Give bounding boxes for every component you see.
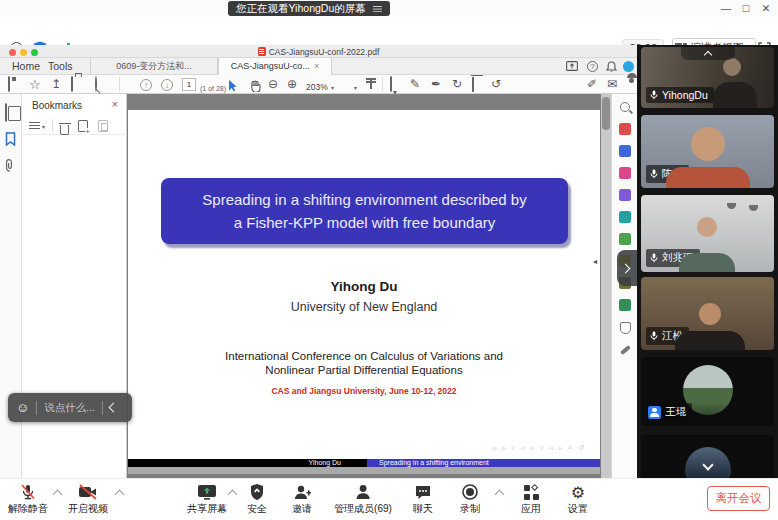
chat-bubble-icon	[414, 483, 432, 501]
rotate-icon[interactable]: ↻	[452, 78, 462, 91]
envelope-icon[interactable]: ✉	[607, 78, 617, 91]
window-maximize-button[interactable]: □	[738, 1, 754, 15]
star-icon[interactable]: ☆	[29, 78, 41, 91]
signature-icon[interactable]: ✐	[587, 78, 597, 91]
slide-title-box: Spreading in a shifting environment desc…	[161, 178, 568, 244]
zoom-out-icon[interactable]: ⊖	[268, 78, 278, 91]
chevron-left-icon[interactable]	[109, 403, 119, 413]
leave-meeting-button[interactable]: 离开会议	[707, 486, 770, 511]
participant-tile[interactable]	[641, 435, 774, 478]
select-cursor-icon[interactable]	[228, 79, 238, 92]
help-icon[interactable]: ?	[587, 61, 598, 72]
mic-off-icon	[19, 483, 37, 501]
delete-bookmark-icon[interactable]	[60, 125, 69, 135]
create-pdf-tool-icon[interactable]	[619, 145, 631, 157]
more-tools-icon[interactable]	[620, 345, 631, 355]
previous-page-icon[interactable]: ↑	[140, 79, 152, 91]
account-avatar[interactable]	[623, 61, 634, 72]
options-caret-icon[interactable]: ▾	[42, 123, 45, 130]
export-pdf-tool-icon[interactable]	[619, 123, 631, 135]
delete-icon[interactable]	[472, 78, 474, 91]
fill-sign-icon[interactable]: ✒	[431, 78, 441, 91]
document-scrollbar[interactable]	[601, 94, 611, 478]
participant-tile[interactable]: 刘兆理	[641, 195, 774, 272]
protect-tool-icon[interactable]	[620, 322, 631, 334]
new-bookmark-icon[interactable]	[78, 120, 88, 132]
panel-arrow-icon[interactable]: ◂	[593, 257, 597, 266]
chat-placeholder[interactable]: 说点什么...	[44, 401, 95, 415]
page-thumbnails-icon[interactable]	[5, 104, 7, 122]
slide-conference-line2: Nonlinear Partial Differential Equations	[128, 364, 600, 376]
save-icon[interactable]	[8, 78, 10, 91]
screen-watch-banner[interactable]: 您正在观看YihongDu的屏幕	[228, 1, 390, 16]
tab-home[interactable]: Home	[8, 58, 44, 75]
slide-footer-author: Yihong Du	[128, 459, 367, 467]
print-icon[interactable]	[71, 78, 73, 91]
slide-conference-line1: International Conference on Calculus of …	[128, 350, 600, 362]
expand-bookmarks-icon[interactable]	[98, 120, 108, 132]
pdf-page: Spreading in a shifting environment desc…	[128, 110, 600, 474]
zoom-level[interactable]: 203%	[306, 81, 328, 94]
slide-author: Yihong Du	[128, 279, 600, 294]
sidebar-collapse-tab[interactable]	[617, 250, 637, 286]
share-screen-button[interactable]: 共享屏幕	[187, 483, 227, 516]
combine-files-tool-icon[interactable]	[619, 211, 631, 223]
emoji-icon[interactable]: ☺	[16, 401, 29, 414]
edit-pdf-tool-icon[interactable]	[619, 167, 631, 179]
scrollbar-thumb[interactable]	[602, 97, 610, 130]
share-document-icon[interactable]	[566, 61, 578, 71]
window-minimize-button[interactable]: —	[718, 1, 734, 15]
search-icon[interactable]	[95, 78, 97, 91]
participant-tile[interactable]: 江松	[641, 277, 774, 350]
chevron-right-icon	[621, 263, 631, 273]
zoom-in-icon[interactable]: ⊕	[287, 78, 297, 91]
mac-titlebar: CAS-JiangsuU-conf-2022.pdf	[0, 45, 637, 58]
comment-tool-icon[interactable]	[619, 189, 631, 201]
mic-icon	[650, 169, 658, 179]
settings-button[interactable]: ⚙ 设置	[568, 483, 588, 516]
upload-share-icon[interactable]: ↥	[51, 78, 61, 91]
bookmarks-panel-icon[interactable]	[5, 132, 16, 146]
bookmark-options-icon[interactable]	[29, 121, 40, 130]
record-button[interactable]: 录制	[460, 483, 480, 516]
collapse-videos-button[interactable]	[681, 47, 735, 60]
page-number-input[interactable]: 1	[182, 78, 196, 91]
chat-quick-input[interactable]: ☺ 说点什么...	[8, 393, 132, 422]
banner-menu-icon[interactable]	[373, 5, 382, 13]
doc-tab-inactive[interactable]: 0609-变分方法和...	[90, 58, 218, 75]
window-close-button[interactable]: ✕	[758, 1, 774, 15]
record-options-chevron[interactable]	[495, 490, 505, 500]
bookmarks-close-icon[interactable]: ×	[112, 98, 118, 110]
comment-icon[interactable]	[390, 78, 392, 91]
next-page-icon[interactable]: ↓	[161, 79, 173, 91]
pencil-edit-icon[interactable]: ✎	[410, 78, 420, 91]
unmute-button[interactable]: 解除静音	[8, 483, 48, 516]
organize-pages-tool-icon[interactable]	[619, 233, 631, 245]
video-options-chevron[interactable]	[115, 490, 125, 500]
slide-title-line2: a Fisher-KPP model with free boundary	[161, 211, 568, 234]
bell-icon[interactable]	[606, 61, 617, 73]
invite-button[interactable]: 邀请	[292, 483, 312, 516]
chat-button[interactable]: 聊天	[413, 483, 433, 516]
person-badge-icon	[648, 406, 661, 419]
security-button[interactable]: 安全	[247, 483, 267, 516]
attachments-icon[interactable]	[5, 158, 15, 172]
hand-tool-icon[interactable]	[249, 79, 261, 92]
apps-grid-icon	[524, 483, 539, 501]
undo-loop-icon[interactable]: ↺	[491, 78, 501, 91]
participant-tile[interactable]: 陈化	[641, 115, 774, 188]
convert-tool-icon[interactable]	[619, 299, 631, 311]
participant-tile[interactable]: YihongDu	[641, 47, 774, 108]
tab-tools[interactable]: Tools	[44, 58, 77, 75]
record-icon	[461, 483, 479, 501]
start-video-button[interactable]: 开启视频	[68, 483, 108, 516]
share-options-chevron[interactable]	[228, 490, 238, 500]
manage-members-button[interactable]: 管理成员(69)	[334, 483, 392, 516]
doc-tab-active[interactable]: CAS-JiangsuU-co...×	[218, 58, 332, 75]
mic-options-chevron[interactable]	[53, 490, 63, 500]
video-sidebar: YihongDu 陈化 刘兆理 江松	[637, 45, 778, 478]
search-tool-icon[interactable]	[620, 102, 630, 112]
tab-close-icon[interactable]: ×	[314, 61, 319, 71]
participant-tile[interactable]: 王琨	[641, 357, 774, 426]
apps-button[interactable]: 应用	[521, 483, 541, 516]
